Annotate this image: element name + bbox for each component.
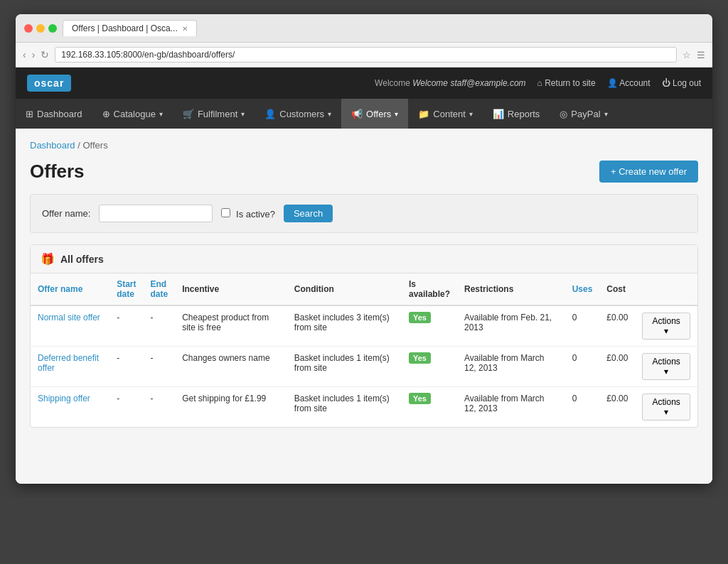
row1-condition: Basket includes 3 item(s) from site xyxy=(287,305,402,347)
browser-tab[interactable]: Offers | Dashboard | Osca... ✕ xyxy=(63,20,197,36)
is-active-checkbox[interactable] xyxy=(221,208,230,217)
offer-name-input[interactable] xyxy=(99,205,213,222)
offer-name-label: Offer name: xyxy=(42,208,90,219)
top-nav: oscar Welcome Welcome staff@example.com … xyxy=(16,67,712,99)
row2-actions-cell: Actions ▾ xyxy=(635,347,697,387)
logout-icon: ⏻ xyxy=(662,78,673,88)
breadcrumb-parent[interactable]: Dashboard xyxy=(30,140,75,151)
address-bar-icons: ☆ ☰ xyxy=(682,50,705,60)
offers-table: Offer name Startdate Enddate Incentive C… xyxy=(31,273,697,427)
col-offer-name[interactable]: Offer name xyxy=(31,273,109,305)
row2-cost: £0.00 xyxy=(599,347,635,387)
oscar-logo[interactable]: oscar xyxy=(27,75,71,92)
reload-button[interactable]: ↻ xyxy=(41,49,49,60)
nav-item-fulfilment[interactable]: 🛒 Fulfilment ▾ xyxy=(173,99,255,129)
content-icon: 📁 xyxy=(418,109,429,119)
row1-incentive: Cheapest product from site is free xyxy=(175,305,287,347)
row1-actions-cell: Actions ▾ xyxy=(635,305,697,347)
row2-end-date: - xyxy=(143,347,175,387)
nav-item-offers[interactable]: 📢 Offers ▾ xyxy=(341,99,408,129)
search-form: Offer name: Is active? Search xyxy=(30,194,698,233)
row1-is-available: Yes xyxy=(402,305,457,347)
row3-start-date: - xyxy=(109,387,143,428)
tab-close-icon[interactable]: ✕ xyxy=(182,25,188,33)
offers-table-panel: 🎁 All offers Offer name Startdate Enddat… xyxy=(30,244,698,428)
row2-is-available: Yes xyxy=(402,347,457,387)
offers-icon: 📢 xyxy=(351,109,363,119)
traffic-lights xyxy=(24,24,57,33)
table-row: Normal site offer - - Cheapest product f… xyxy=(31,305,697,347)
row1-uses: 0 xyxy=(565,305,600,347)
minimize-button[interactable] xyxy=(36,24,45,33)
row2-offer-link[interactable]: Deferred benefit offer xyxy=(38,353,99,373)
breadcrumb: Dashboard / Offers xyxy=(30,140,698,151)
row3-available-badge: Yes xyxy=(409,393,431,404)
close-button[interactable] xyxy=(24,24,33,33)
table-body: Normal site offer - - Cheapest product f… xyxy=(31,305,697,427)
col-condition: Condition xyxy=(287,273,402,305)
search-button[interactable]: Search xyxy=(284,205,333,222)
address-input[interactable] xyxy=(55,47,677,63)
row3-end-date: - xyxy=(143,387,175,428)
row3-restrictions: Available from March 12, 2013 xyxy=(457,387,565,428)
table-row: Shipping offer - - Get shipping for £1.9… xyxy=(31,387,697,428)
page-header: Offers + Create new offer xyxy=(30,161,698,183)
row3-cost: £0.00 xyxy=(599,387,635,428)
table-panel-header: 🎁 All offers xyxy=(31,245,697,273)
row3-offer-name: Shipping offer xyxy=(31,387,109,428)
menu-icon[interactable]: ☰ xyxy=(697,50,705,60)
user-icon: 👤 xyxy=(607,78,620,88)
logout-link[interactable]: ⏻ Log out xyxy=(662,78,701,88)
row1-cost: £0.00 xyxy=(599,305,635,347)
is-active-label: Is active? xyxy=(221,208,275,219)
back-button[interactable]: ‹ xyxy=(23,49,26,60)
forward-button[interactable]: › xyxy=(32,49,36,60)
table-row: Deferred benefit offer - - Changes owner… xyxy=(31,347,697,387)
content-caret: ▾ xyxy=(469,110,473,118)
row3-actions-cell: Actions ▾ xyxy=(635,387,697,428)
row3-actions-button[interactable]: Actions ▾ xyxy=(642,394,690,421)
row1-end-date: - xyxy=(143,305,175,347)
col-cost: Cost xyxy=(599,273,635,305)
account-link[interactable]: 👤 Account xyxy=(607,78,651,88)
paypal-caret: ▾ xyxy=(604,110,608,118)
row3-incentive: Get shipping for £1.99 xyxy=(175,387,287,428)
row1-start-date: - xyxy=(109,305,143,347)
table-panel-title: All offers xyxy=(60,254,104,265)
nav-item-content[interactable]: 📁 Content ▾ xyxy=(408,99,483,129)
fulfilment-caret: ▾ xyxy=(241,110,245,118)
fulfilment-icon: 🛒 xyxy=(183,109,194,119)
title-bar: Offers | Dashboard | Osca... ✕ xyxy=(16,14,712,43)
col-start-date[interactable]: Startdate xyxy=(109,273,143,305)
paypal-icon: ◎ xyxy=(560,109,567,119)
row1-offer-name: Normal site offer xyxy=(31,305,109,347)
return-to-site-link[interactable]: ⌂ Return to site xyxy=(537,78,596,88)
table-header: Offer name Startdate Enddate Incentive C… xyxy=(31,273,697,305)
col-end-date[interactable]: Enddate xyxy=(143,273,175,305)
welcome-text: Welcome Welcome staff@example.com xyxy=(375,78,526,88)
address-bar: ‹ › ↻ ☆ ☰ xyxy=(16,43,712,67)
nav-item-paypal[interactable]: ◎ PayPal ▾ xyxy=(550,99,617,129)
row3-offer-link[interactable]: Shipping offer xyxy=(38,394,90,403)
nav-item-dashboard[interactable]: ⊞ Dashboard xyxy=(16,99,92,129)
row1-actions-button[interactable]: Actions ▾ xyxy=(642,313,690,340)
row2-start-date: - xyxy=(109,347,143,387)
maximize-button[interactable] xyxy=(48,24,57,33)
col-is-available: Isavailable? xyxy=(402,273,457,305)
row2-condition: Basket includes 1 item(s) from site xyxy=(287,347,402,387)
col-restrictions: Restrictions xyxy=(457,273,565,305)
home-icon: ⌂ xyxy=(537,78,545,88)
bookmark-icon[interactable]: ☆ xyxy=(682,50,691,60)
nav-item-catalogue[interactable]: ⊕ Catalogue ▾ xyxy=(92,99,173,129)
col-actions xyxy=(635,273,697,305)
gift-icon: 🎁 xyxy=(41,252,55,266)
create-new-offer-button[interactable]: + Create new offer xyxy=(599,161,698,183)
row3-condition: Basket includes 1 item(s) from site xyxy=(287,387,402,428)
row1-available-badge: Yes xyxy=(409,312,431,323)
row1-offer-link[interactable]: Normal site offer xyxy=(38,313,100,322)
row2-actions-button[interactable]: Actions ▾ xyxy=(642,353,690,380)
nav-item-reports[interactable]: 📊 Reports xyxy=(483,99,550,129)
col-uses[interactable]: Uses xyxy=(565,273,600,305)
nav-item-customers[interactable]: 👤 Customers ▾ xyxy=(255,99,341,129)
row3-uses: 0 xyxy=(565,387,600,428)
